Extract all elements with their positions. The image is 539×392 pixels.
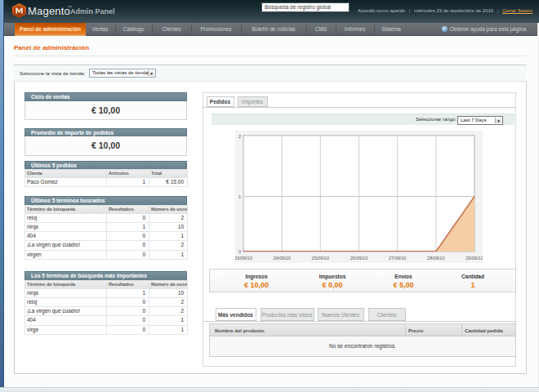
svg-text:0: 0 (238, 249, 241, 254)
svg-text:24/09/10: 24/09/10 (273, 256, 290, 261)
svg-text:1: 1 (238, 194, 241, 199)
svg-text:26/09/10: 26/09/10 (350, 256, 368, 261)
svg-text:23/09/10: 23/09/10 (235, 256, 252, 261)
svg-text:29/09/10: 29/09/10 (466, 256, 483, 261)
svg-text:2: 2 (238, 134, 241, 139)
svg-text:25/09/10: 25/09/10 (312, 256, 329, 261)
svg-text:27/09/10: 27/09/10 (389, 256, 406, 261)
svg-text:28/09/10: 28/09/10 (427, 256, 444, 261)
